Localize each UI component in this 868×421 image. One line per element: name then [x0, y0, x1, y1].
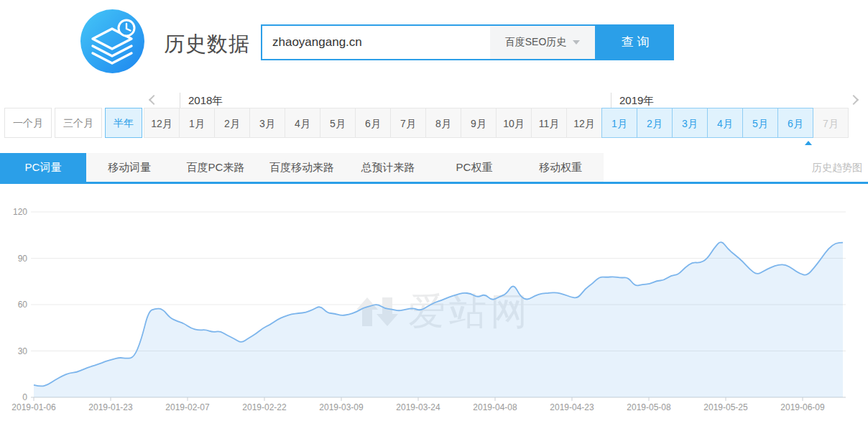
pc-keywords-trend-chart: 03060901202019-01-062019-01-232019-02-07… [0, 194, 868, 421]
period-tabs: 一个月三个月半年 [4, 108, 142, 138]
x-tick-label: 2019-01-06 [11, 402, 56, 412]
year-label-0: 2018年 [180, 93, 223, 108]
current-month-marker [805, 141, 812, 145]
x-tick-label: 2019-04-23 [550, 402, 594, 412]
tab-5[interactable]: PC权重 [431, 153, 517, 182]
month-cell-15[interactable]: 3月 [672, 108, 708, 138]
y-tick-label: 60 [18, 300, 28, 310]
x-tick-label: 2019-04-08 [473, 402, 517, 412]
tab-1[interactable]: 移动词量 [86, 153, 172, 182]
chevron-down-icon [573, 40, 580, 45]
x-tick-label: 2019-05-08 [627, 402, 671, 412]
y-tick-label: 90 [18, 254, 28, 264]
search-type-label: 百度SEO历史 [505, 36, 567, 49]
month-cell-8[interactable]: 8月 [425, 108, 461, 138]
x-tick-label: 2019-03-24 [396, 402, 440, 412]
x-tick-label: 2019-03-09 [319, 402, 364, 412]
x-tick-label: 2019-02-22 [242, 402, 287, 412]
period-tab-2[interactable]: 半年 [105, 108, 142, 138]
tab-3[interactable]: 百度移动来路 [259, 153, 345, 182]
month-cell-1[interactable]: 1月 [179, 108, 215, 138]
month-cell-16[interactable]: 4月 [707, 108, 743, 138]
month-cell-12[interactable]: 12月 [566, 108, 602, 138]
app-logo [80, 9, 144, 73]
x-tick-label: 2019-02-07 [165, 402, 210, 412]
query-button[interactable]: 查 询 [596, 24, 674, 60]
tab-0[interactable]: PC词量 [0, 153, 86, 182]
month-cell-19: 7月 [813, 108, 849, 138]
page-title: 历史数据 [164, 30, 250, 59]
month-cell-7[interactable]: 7月 [390, 108, 426, 138]
period-tab-0[interactable]: 一个月 [4, 108, 52, 138]
month-cell-3[interactable]: 3月 [249, 108, 285, 138]
tab-4[interactable]: 总预计来路 [345, 153, 431, 182]
month-cell-4[interactable]: 4月 [285, 108, 320, 138]
month-cell-9[interactable]: 9月 [461, 108, 497, 138]
chevron-right-icon[interactable] [849, 95, 859, 105]
month-cell-6[interactable]: 6月 [355, 108, 391, 138]
tab-underline [0, 182, 868, 184]
y-tick-label: 0 [22, 392, 27, 402]
month-cell-14[interactable]: 2月 [637, 108, 673, 138]
x-tick-label: 2019-01-23 [88, 402, 133, 412]
chevron-left-icon[interactable] [149, 95, 159, 105]
month-cell-10[interactable]: 10月 [496, 108, 532, 138]
x-tick-label: 2019-05-25 [703, 402, 748, 412]
search-box: 百度SEO历史 [261, 24, 596, 60]
series-area [34, 242, 843, 397]
month-cell-11[interactable]: 11月 [531, 108, 567, 138]
period-tab-1[interactable]: 三个月 [55, 108, 102, 138]
history-data-logo-icon [80, 9, 144, 73]
tab-6[interactable]: 移动权重 [517, 153, 604, 182]
month-cell-2[interactable]: 2月 [214, 108, 250, 138]
history-data-page: 历史数据 百度SEO历史 查 询 一个月三个月半年 2018年2019年 12月… [0, 0, 868, 421]
search-type-select[interactable]: 百度SEO历史 [490, 26, 595, 59]
metric-tab-bar: PC词量移动词量百度PC来路百度移动来路总预计来路PC权重移动权重 [0, 153, 604, 182]
month-row: 12月1月2月3月4月5月6月7月8月9月10月11月12月1月2月3月4月5月… [144, 108, 849, 138]
domain-search-input[interactable] [262, 26, 490, 59]
tab-2[interactable]: 百度PC来路 [172, 153, 259, 182]
y-tick-label: 120 [13, 207, 27, 217]
month-cell-5[interactable]: 5月 [320, 108, 356, 138]
month-cell-17[interactable]: 5月 [742, 108, 778, 138]
y-tick-label: 30 [18, 346, 28, 356]
year-label-1: 2019年 [611, 93, 654, 108]
trend-chart-label: 历史趋势图 [812, 153, 862, 182]
month-cell-0[interactable]: 12月 [144, 108, 180, 138]
month-cell-18[interactable]: 6月 [777, 108, 813, 138]
month-cell-13[interactable]: 1月 [601, 108, 637, 138]
x-tick-label: 2019-06-09 [780, 402, 825, 412]
